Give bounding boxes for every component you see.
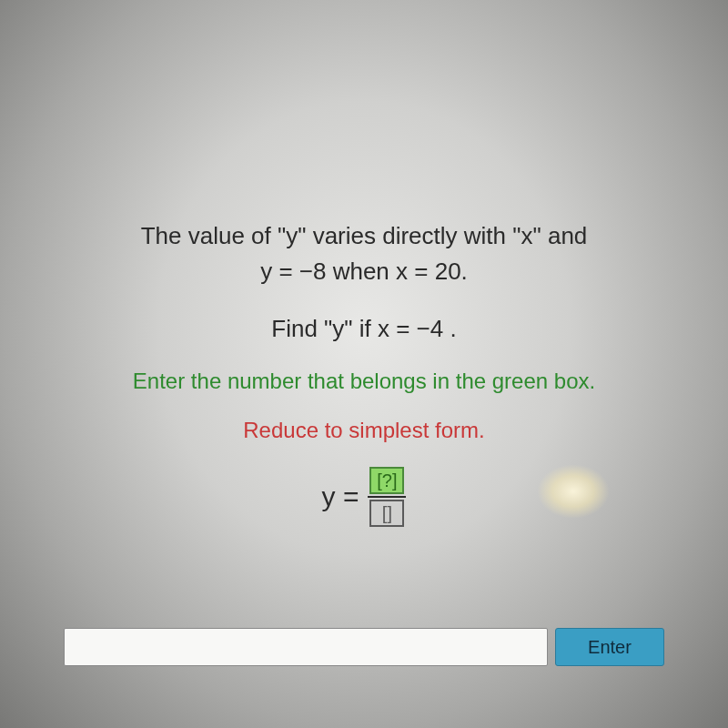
- find-instruction: Find "y" if x = −4 .: [0, 315, 728, 343]
- equation-display: y = [?] [ ]: [0, 467, 728, 527]
- problem-line-1: The value of "y" varies directly with "x…: [0, 218, 728, 254]
- denominator-input-box[interactable]: [ ]: [369, 500, 404, 527]
- numerator-placeholder: ?: [382, 470, 392, 491]
- answer-input[interactable]: [64, 628, 548, 666]
- numerator-input-box[interactable]: [?]: [369, 467, 404, 494]
- problem-statement: The value of "y" varies directly with "x…: [0, 218, 728, 289]
- fraction: [?] [ ]: [368, 467, 406, 527]
- green-instruction: Enter the number that belongs in the gre…: [0, 369, 728, 394]
- equation-left-side: y =: [322, 481, 359, 512]
- enter-button[interactable]: Enter: [555, 628, 664, 666]
- problem-content: The value of "y" varies directly with "x…: [0, 218, 728, 527]
- problem-line-2: y = −8 when x = 20.: [0, 254, 728, 289]
- answer-row: Enter: [64, 628, 664, 666]
- fraction-bar: [368, 496, 406, 498]
- red-instruction: Reduce to simplest form.: [0, 418, 728, 443]
